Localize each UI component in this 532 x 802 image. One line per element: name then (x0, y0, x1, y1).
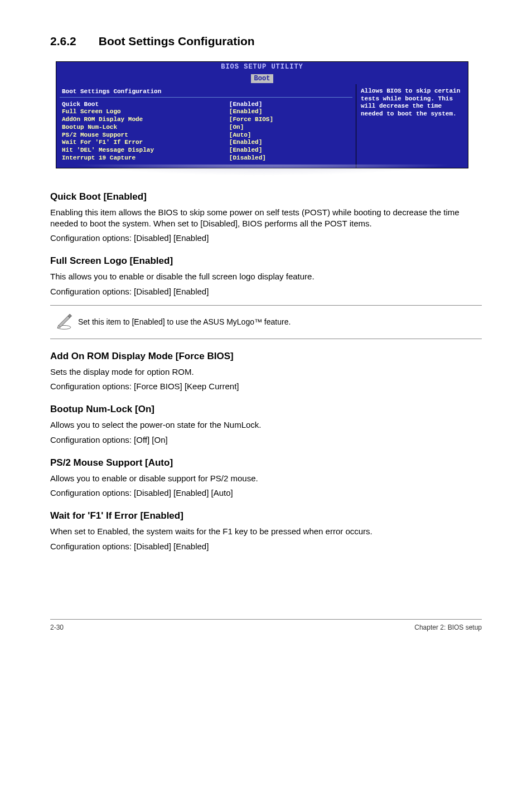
pencil-note-icon (50, 311, 78, 333)
bios-setting-value: [Enabled] (229, 139, 350, 147)
note-text: Set this item to [Enabled] to use the AS… (78, 317, 291, 327)
subsection-heading: Add On ROM Display Mode [Force BIOS] (50, 350, 482, 363)
bios-setting-row: Hit 'DEL' Message Display [Enabled] (60, 147, 352, 154)
body-text: Configuration options: [Disabled] [Enabl… (50, 286, 482, 297)
bios-setting-label: Interrupt 19 Capture (62, 154, 229, 162)
bios-setting-row: Quick Boot [Enabled] (60, 101, 352, 109)
bios-setting-label: Wait For 'F1' If Error (62, 139, 229, 147)
body-text: Configuration options: [Disabled] [Enabl… (50, 233, 482, 244)
bios-panel-heading: Boot Settings Configuration (60, 86, 352, 98)
bios-window-title: BIOS SETUP UTILITY (56, 62, 468, 71)
section-heading: 2.6.2Boot Settings Configuration (50, 33, 482, 49)
bios-setting-value: [Enabled] (229, 108, 350, 116)
body-text: Configuration options: [Force BIOS] [Kee… (50, 381, 482, 392)
body-text: Enabling this item allows the BIOS to sk… (50, 207, 482, 230)
bios-active-tab: Boot (251, 74, 274, 83)
subsection-heading: Full Screen Logo [Enabled] (50, 255, 482, 268)
subsection-heading: Wait for 'F1' If Error [Enabled] (50, 510, 482, 523)
bios-body: Boot Settings Configuration Quick Boot [… (56, 84, 468, 168)
bios-setting-row: AddOn ROM Display Mode [Force BIOS] (60, 116, 352, 124)
body-text: Configuration options: [Disabled] [Enabl… (50, 487, 482, 499)
body-text: Sets the display mode for option ROM. (50, 366, 482, 378)
subsection-heading: PS/2 Mouse Support [Auto] (50, 457, 482, 470)
bios-setting-label: Bootup Num-Lock (62, 124, 229, 132)
section-number: 2.6.2 (50, 33, 76, 49)
bios-setting-value: [Disabled] (229, 154, 350, 162)
note-callout: Set this item to [Enabled] to use the AS… (50, 305, 482, 339)
footer-page-number: 2-30 (50, 623, 64, 632)
bios-setting-label: PS/2 Mouse Support (62, 132, 229, 139)
footer-chapter: Chapter 2: BIOS setup (414, 623, 482, 632)
bios-setting-label: Hit 'DEL' Message Display (62, 147, 229, 154)
bios-setting-row: Interrupt 19 Capture [Disabled] (60, 154, 352, 162)
body-text: This allows you to enable or disable the… (50, 271, 482, 282)
bios-setting-value: [Auto] (229, 132, 350, 139)
bios-setting-label: AddOn ROM Display Mode (62, 116, 229, 124)
body-text: Configuration options: [Off] [On] (50, 434, 482, 446)
bios-settings-panel: Boot Settings Configuration Quick Boot [… (56, 84, 356, 168)
bios-setting-row: PS/2 Mouse Support [Auto] (60, 132, 352, 139)
subsection-heading: Bootup Num-Lock [On] (50, 403, 482, 416)
body-text: Allows you to select the power-on state … (50, 419, 482, 431)
bios-setting-row: Wait For 'F1' If Error [Enabled] (60, 139, 352, 147)
section-title: Boot Settings Configuration (99, 35, 255, 47)
bios-setting-value: [Enabled] (229, 101, 350, 109)
body-text: Configuration options: [Disabled] [Enabl… (50, 541, 482, 552)
bios-screenshot: BIOS SETUP UTILITY Boot Boot Settings Co… (56, 61, 468, 168)
body-text: When set to Enabled, the system waits fo… (50, 526, 482, 537)
subsection-heading: Quick Boot [Enabled] (50, 191, 482, 204)
bios-setting-value: [Enabled] (229, 147, 350, 154)
bios-setting-label: Quick Boot (62, 101, 229, 109)
bios-setting-value: [On] (229, 124, 350, 132)
bios-help-panel: Allows BIOS to skip certain tests while … (356, 84, 468, 168)
bios-tab-bar: Boot (56, 72, 468, 84)
body-text: Allows you to enable or disable support … (50, 473, 482, 484)
bios-setting-row: Full Screen Logo [Enabled] (60, 108, 352, 116)
bios-setting-value: [Force BIOS] (229, 116, 350, 124)
bios-setting-label: Full Screen Logo (62, 108, 229, 116)
bios-setting-row: Bootup Num-Lock [On] (60, 124, 352, 132)
page-footer: 2-30 Chapter 2: BIOS setup (50, 619, 482, 632)
